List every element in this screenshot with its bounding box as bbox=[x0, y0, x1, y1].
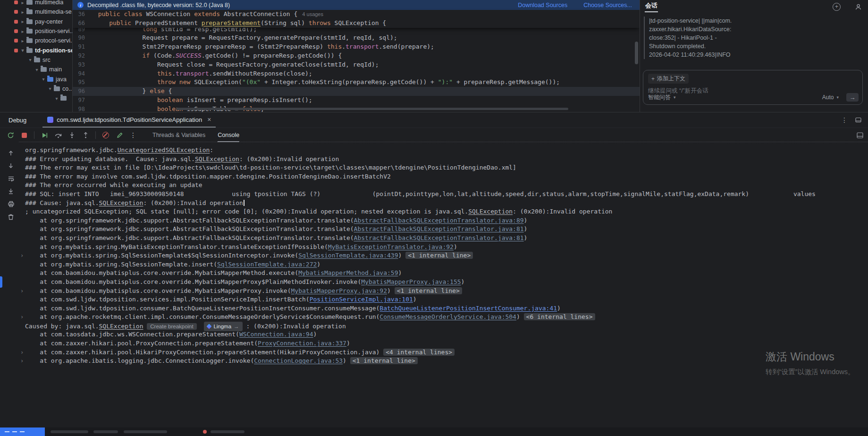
chevron-right-icon[interactable]: ▸ bbox=[20, 0, 25, 5]
exception-class-link[interactable]: SQLException bbox=[99, 199, 143, 206]
exception-class-link[interactable]: SQLException bbox=[195, 155, 239, 162]
line-number[interactable]: 92 bbox=[73, 51, 91, 60]
tree-item-folder[interactable]: ▾ bbox=[0, 94, 72, 103]
expand-frames-icon[interactable]: › bbox=[19, 357, 25, 366]
stack-trace-file-link[interactable]: WSConnection.java:94 bbox=[239, 331, 313, 338]
tab-threads-variables[interactable]: Threads & Variables bbox=[152, 128, 205, 142]
send-button[interactable]: → bbox=[846, 93, 859, 102]
chevron-right-icon[interactable]: ▸ bbox=[20, 9, 25, 15]
chevron-down-icon[interactable]: ▾ bbox=[27, 57, 33, 62]
step-into-button[interactable] bbox=[67, 130, 76, 140]
print-icon[interactable] bbox=[7, 200, 15, 208]
scroll-to-end-icon[interactable] bbox=[7, 187, 15, 195]
user-icon[interactable] bbox=[855, 3, 862, 10]
lingma-action-chip[interactable]: Lingma→ bbox=[204, 322, 242, 332]
expand-frames-icon[interactable]: › bbox=[19, 251, 25, 260]
chevron-down-icon[interactable]: ▾ bbox=[41, 77, 46, 82]
stack-trace-file-link[interactable]: BatchQueueListenerPositionInsertConsumer… bbox=[379, 305, 557, 312]
line-number[interactable]: 98 bbox=[73, 105, 91, 112]
mode-select[interactable]: 智能问答 bbox=[648, 94, 671, 102]
exception-class-link[interactable]: SQLException bbox=[99, 323, 143, 330]
line-number[interactable]: 94 bbox=[73, 69, 91, 78]
code-body[interactable]: 89 long stmtId = resp.getStmtId();90 Req… bbox=[73, 28, 640, 112]
stack-trace-file-link[interactable]: MybatisMapperProxy.java:155 bbox=[361, 278, 461, 285]
resume-button[interactable] bbox=[40, 130, 49, 140]
tree-item-java[interactable]: ▾java bbox=[0, 74, 72, 84]
download-sources-link[interactable]: Download Sources bbox=[518, 2, 567, 9]
line-number[interactable]: 66 bbox=[73, 19, 91, 28]
line-number[interactable]: 97 bbox=[73, 96, 91, 105]
internal-lines-badge[interactable]: <6 internal lines> bbox=[524, 313, 595, 320]
close-icon[interactable]: × bbox=[207, 116, 211, 123]
soft-wrap-icon[interactable] bbox=[7, 174, 15, 182]
chevron-down-icon[interactable]: ▾ bbox=[20, 48, 25, 53]
chevron-right-icon[interactable]: ▸ bbox=[20, 38, 25, 43]
stop-button[interactable] bbox=[19, 130, 29, 140]
tree-item-protocol-servi...[interactable]: ▸protocol-servi... bbox=[0, 36, 72, 45]
line-number[interactable]: 95 bbox=[73, 78, 91, 87]
tree-item-multimedia-se...[interactable]: ▸multimedia-se... bbox=[0, 7, 72, 17]
editor-vscrollbar[interactable] bbox=[635, 42, 638, 64]
expand-frames-icon[interactable]: › bbox=[19, 313, 25, 322]
stack-trace-file-link[interactable]: SqlSessionTemplate.java:272 bbox=[217, 261, 317, 268]
stack-trace-file-link[interactable]: MybatisMapperMethod.java:59 bbox=[298, 269, 398, 276]
hide-tool-window-icon[interactable] bbox=[855, 117, 861, 123]
line-number[interactable]: 93 bbox=[73, 60, 91, 69]
stack-trace-file-link[interactable]: PositionServiceImpl.java:101 bbox=[310, 296, 413, 303]
model-select[interactable]: Auto bbox=[822, 94, 834, 101]
up-stack-trace-icon[interactable] bbox=[7, 149, 15, 157]
tree-item-td-position-se...[interactable]: ▾td-position-se... bbox=[0, 45, 72, 55]
create-breakpoint-chip[interactable]: Create breakpoint bbox=[147, 323, 196, 330]
stack-trace-file-link[interactable]: AbstractFallbackSQLExceptionTranslator.j… bbox=[354, 217, 524, 224]
debug-console[interactable]: org.springframework.jdbc.UncategorizedSQ… bbox=[19, 142, 868, 432]
internal-lines-badge[interactable]: <1 internal line> bbox=[405, 252, 473, 259]
chevron-down-icon[interactable]: ▾ bbox=[34, 67, 40, 72]
chat-tab-session[interactable]: 会话 bbox=[645, 1, 658, 12]
layout-settings-icon[interactable] bbox=[857, 132, 868, 138]
choose-sources-link[interactable]: Choose Sources... bbox=[583, 2, 632, 9]
chevron-right-icon[interactable]: ▸ bbox=[20, 29, 25, 34]
rerun-button[interactable] bbox=[6, 130, 15, 140]
usages-inlay-hint[interactable]: 4 usages bbox=[302, 10, 323, 19]
add-context-button[interactable]: + 添加上下文 bbox=[648, 74, 689, 84]
stack-trace-file-link[interactable]: ProxyConnection.java:337 bbox=[258, 340, 346, 347]
editor-pane[interactable]: i Decompiled .class file, bytecode versi… bbox=[73, 0, 640, 112]
tree-item-main[interactable]: ▾main bbox=[0, 65, 72, 74]
exception-class-link[interactable]: SQLException bbox=[468, 208, 513, 215]
new-chat-icon[interactable]: + bbox=[833, 3, 841, 11]
line-number[interactable]: 96 bbox=[73, 87, 91, 96]
down-stack-trace-icon[interactable] bbox=[7, 162, 15, 170]
internal-lines-badge[interactable]: <1 internal line> bbox=[350, 357, 418, 364]
internal-lines-badge[interactable]: <1 internal line> bbox=[395, 287, 462, 294]
clear-all-icon[interactable] bbox=[7, 213, 15, 221]
tree-item-src[interactable]: ▾src bbox=[0, 55, 72, 65]
step-out-button[interactable] bbox=[81, 130, 90, 140]
stack-trace-file-link[interactable]: MybatisMapperProxy.java:92 bbox=[291, 287, 388, 294]
expand-frames-icon[interactable]: › bbox=[19, 287, 25, 296]
tree-item-position-servi...[interactable]: ▸position-servi... bbox=[0, 26, 72, 36]
stack-trace-file-link[interactable]: MyBatisExceptionTranslator.java:92 bbox=[328, 243, 454, 250]
tree-item-co...[interactable]: ▾co... bbox=[0, 84, 72, 94]
editor-hscrollbar[interactable] bbox=[177, 108, 568, 110]
expand-frames-icon[interactable]: › bbox=[19, 348, 25, 357]
chat-input-box[interactable]: + 添加上下文 继续提问或 “/”新开会话 智能问答 ▾ Auto ▾ → bbox=[643, 70, 863, 105]
stack-trace-file-link[interactable]: AbstractFallbackSQLExceptionTranslator.j… bbox=[354, 225, 524, 232]
chevron-down-icon[interactable]: ▾ bbox=[47, 86, 53, 91]
tree-item-pay-center[interactable]: ▸pay-center bbox=[0, 17, 72, 26]
more-vertical-icon[interactable]: ⋮ bbox=[128, 130, 138, 140]
stack-trace-file-link[interactable]: ConnectionLogger.java:53 bbox=[254, 357, 343, 364]
chevron-down-icon[interactable]: ▾ bbox=[54, 96, 59, 101]
tab-console[interactable]: Console bbox=[218, 128, 239, 142]
exception-class-link[interactable]: UncategorizedSQLException bbox=[118, 146, 210, 154]
line-number[interactable]: 91 bbox=[73, 43, 91, 51]
tree-item-multimedia[interactable]: ▸multimedia bbox=[0, 0, 72, 7]
line-number[interactable]: 89 bbox=[73, 28, 91, 34]
view-breakpoints-icon[interactable] bbox=[101, 130, 110, 140]
stack-trace-file-link[interactable]: AbstractFallbackSQLExceptionTranslator.j… bbox=[354, 234, 524, 241]
bottom-strip-blue-segment[interactable] bbox=[0, 427, 45, 436]
chevron-right-icon[interactable]: ▸ bbox=[20, 19, 25, 24]
evaluate-pencil-icon[interactable] bbox=[115, 130, 124, 140]
internal-lines-badge[interactable]: <4 internal lines> bbox=[383, 349, 455, 356]
stack-trace-file-link[interactable]: SqlSessionTemplate.java:439 bbox=[298, 252, 398, 259]
more-vertical-icon[interactable]: ⋮ bbox=[841, 116, 848, 124]
